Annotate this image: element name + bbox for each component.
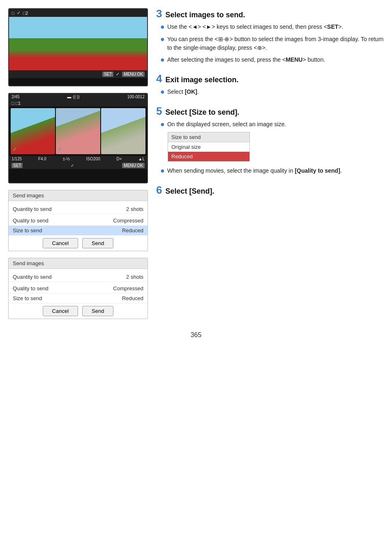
send-panel-2-size-row: Size to send Reduced — [9, 294, 148, 303]
step-3-bullet-2: ● You can press the <⊞·⊕> button to sele… — [160, 35, 384, 52]
send-button-2[interactable]: Send — [82, 306, 113, 316]
send-panel-1-size-row[interactable]: Size to send Reduced — [9, 226, 148, 236]
right-column: 3 Select images to send. ● Use the <◄> <… — [152, 8, 384, 319]
step-3-header: 3 Select images to send. — [156, 8, 384, 19]
size-dropdown: Size to send Original size Reduced — [168, 132, 250, 162]
step-3: 3 Select images to send. ● Use the <◄> <… — [156, 8, 384, 64]
camera-screen-single: □ ✓ □2 SET ✓ MENU OK — [8, 8, 148, 86]
step-6-number: 6 — [156, 185, 162, 195]
step-4-bullet-1: ● Select [OK]. — [160, 88, 384, 97]
step-5-bullet-1: ● On the displayed screen, select an ima… — [160, 120, 384, 129]
step-3-body: ● Use the <◄> <►> keys to select images … — [156, 23, 384, 64]
cam-image-3 — [101, 108, 145, 154]
send-panel-2-quantity-row: Quantity to send 2 shots — [9, 272, 148, 282]
send-button-1[interactable]: Send — [82, 238, 113, 248]
cam3-set-label: SET — [12, 163, 23, 168]
send-panel-2-quality-row: Quality to send Compressed — [9, 284, 148, 294]
menu-ok-label: MENU OK — [122, 72, 145, 77]
send-panel-2-title: Send images — [9, 258, 148, 269]
camera-image-area — [9, 17, 147, 70]
quality-indicator: ▲L — [138, 157, 145, 161]
step-6-title: Select [Send]. — [165, 187, 214, 196]
bullet-dot-2: ● — [160, 35, 165, 44]
bullet-dot-1: ● — [160, 23, 165, 32]
step-4-title: Exit image selection. — [165, 76, 238, 84]
check-mark: ✓ — [116, 72, 120, 77]
step-3-title: Select images to send. — [165, 11, 245, 19]
mode-icon: □ — [12, 11, 14, 16]
quality-to-send-value: Compressed — [113, 217, 143, 224]
send-panel-1: Send images Quantity to send 2 shots Qua… — [8, 190, 148, 251]
quality-label-2: Quality to send — [13, 285, 48, 292]
step-5: 5 Select [Size to send]. ● On the displa… — [156, 106, 384, 176]
drive-mode: D+ — [117, 157, 122, 161]
set-button-label: SET — [102, 72, 113, 77]
cam3-menu-label: MENU OK — [122, 163, 145, 168]
file-number: 100-0012 — [127, 95, 145, 99]
cam3-images: ✓ ✓ — [9, 106, 147, 156]
cam3-set-row: SET ✓ MENU OK — [9, 162, 147, 169]
bullet-dot-3: ● — [160, 56, 165, 65]
step-6: 6 Select [Send]. — [156, 185, 384, 196]
step-4-text-1: Select [OK]. — [167, 88, 199, 96]
size-value-2: Reduced — [122, 295, 143, 301]
shutter-speed: 1/125 — [12, 157, 22, 161]
flowers-decoration — [9, 50, 147, 70]
quantity-label-2: Quantity to send — [13, 274, 52, 280]
ev-comp: ±-½ — [63, 157, 70, 161]
step-5-text-1: On the displayed screen, select an image… — [167, 120, 286, 129]
send-panel-1-quality-row: Quality to send Compressed — [9, 216, 148, 226]
battery-icon: ▬ — [67, 95, 71, 99]
step-3-number: 3 — [156, 8, 162, 19]
wifi-icon: ((·)) — [73, 95, 80, 99]
left-column: □ ✓ □2 SET ✓ MENU OK 2/45 ▬ ((·)) 100-0 — [8, 8, 148, 319]
cancel-button-2[interactable]: Cancel — [43, 306, 78, 316]
size-to-send-value: Reduced — [122, 227, 143, 234]
step-3-bullet-1: ● Use the <◄> <►> keys to select images … — [160, 23, 384, 32]
send-panel-1-buttons: Cancel Send — [9, 236, 148, 251]
quality-value-2: Compressed — [113, 285, 143, 292]
step-4: 4 Exit image selection. ● Select [OK]. — [156, 73, 384, 97]
cam-image-2: ✓ — [56, 108, 100, 154]
camera-bottom-bar: SET ✓ MENU OK — [9, 70, 147, 78]
size-dropdown-title: Size to send — [168, 132, 249, 142]
check-icon: ✓ — [17, 10, 21, 16]
send-panel-1-title: Send images — [9, 190, 148, 201]
step-4-body: ● Select [OK]. — [156, 88, 384, 97]
step-3-bullet-3: ● After selecting the images to send, pr… — [160, 56, 384, 65]
cam3-mode-row: □ □1 — [9, 100, 147, 106]
page: □ ✓ □2 SET ✓ MENU OK 2/45 ▬ ((·)) 100-0 — [0, 0, 392, 327]
raw-icon: □2 — [23, 11, 28, 16]
step-4-header: 4 Exit image selection. — [156, 73, 384, 84]
size-to-send-label: Size to send — [13, 227, 42, 234]
cam3-icons: ▬ ((·)) — [67, 95, 80, 99]
size-option-reduced[interactable]: Reduced — [168, 152, 249, 161]
page-number: 365 — [0, 327, 392, 347]
size-label-2: Size to send — [13, 295, 42, 301]
aperture: F4.0 — [38, 157, 46, 161]
step-4-number: 4 — [156, 73, 162, 84]
step-5-text-2: When sending movies, select the image qu… — [167, 167, 342, 175]
quantity-value-2: 2 shots — [126, 274, 143, 280]
bullet-dot-5: ● — [160, 120, 165, 129]
quality-to-send-label: Quality to send — [13, 217, 48, 224]
size-dropdown-container: Size to send Original size Reduced — [168, 132, 384, 162]
camera-top-bar: □ ✓ □2 — [9, 9, 147, 17]
size-option-original[interactable]: Original size — [168, 142, 249, 152]
iso-value: ISO200 — [86, 157, 100, 161]
cam3-check: ✓ — [71, 163, 74, 168]
step-5-body: ● On the displayed screen, select an ima… — [156, 120, 384, 176]
quantity-value: 2 shots — [126, 206, 143, 212]
bullet-dot-6: ● — [160, 167, 165, 176]
checkmark-2: ✓ — [58, 146, 62, 153]
cam3-bottom-bar: 1/125 F4.0 ±-½ ISO200 D+ ▲L — [9, 156, 147, 162]
cam3-top-bar: 2/45 ▬ ((·)) 100-0012 — [9, 94, 147, 100]
step-3-text-2: You can press the <⊞·⊕> button to select… — [167, 35, 384, 52]
quantity-label: Quantity to send — [13, 206, 52, 212]
send-panel-2: Send images Quantity to send 2 shots Qua… — [8, 258, 148, 319]
cancel-button-1[interactable]: Cancel — [43, 238, 78, 248]
step-5-title: Select [Size to send]. — [165, 108, 239, 117]
frame-count: 2/45 — [12, 95, 19, 99]
camera-screen-3img: 2/45 ▬ ((·)) 100-0012 □ □1 ✓ ✓ — [8, 93, 148, 183]
checkmark-1: ✓ — [12, 146, 17, 153]
